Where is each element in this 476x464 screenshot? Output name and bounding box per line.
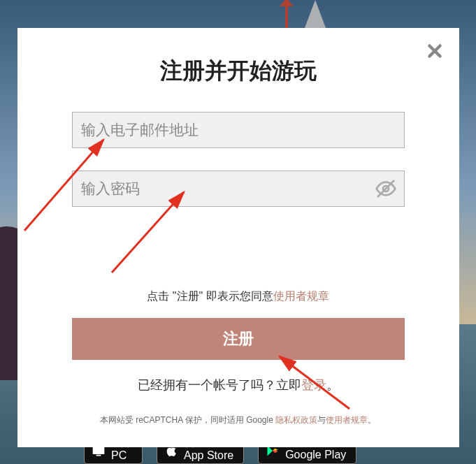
- agree-text: 点击 "注册" 即表示您同意使用者规章: [72, 289, 405, 304]
- modal-title: 注册并开始游玩: [72, 56, 405, 87]
- recaptcha-text: 本网站受 reCAPTCHA 保护，同时适用 Google 隐私权政策与使用者规…: [72, 414, 405, 426]
- terms-link-2[interactable]: 使用者规章: [326, 415, 368, 425]
- submit-button[interactable]: 注册: [72, 318, 405, 360]
- privacy-link[interactable]: 隐私权政策: [275, 415, 317, 425]
- recaptcha-prefix: 本网站受 reCAPTCHA 保护，同时适用 Google: [100, 415, 275, 425]
- toggle-password-button[interactable]: [375, 177, 397, 200]
- modal-backdrop: 注册并开始游玩 点击 "注册" 即表示您同意使用者规章 注册 已经拥有一个帐号了…: [0, 0, 476, 464]
- recaptcha-and: 与: [317, 415, 326, 425]
- recaptcha-suffix: 。: [368, 415, 376, 425]
- terms-link[interactable]: 使用者规章: [273, 290, 329, 302]
- login-text: 已经拥有一个帐号了吗？立即登录。: [72, 377, 405, 393]
- password-wrap: [72, 171, 405, 207]
- signup-modal: 注册并开始游玩 点击 "注册" 即表示您同意使用者规章 注册 已经拥有一个帐号了…: [17, 28, 459, 447]
- close-icon: [426, 42, 444, 60]
- agree-prefix: 点击 "注册" 即表示您同意: [147, 290, 273, 302]
- close-button[interactable]: [426, 42, 444, 60]
- email-input[interactable]: [73, 115, 404, 145]
- login-link[interactable]: 登录: [301, 378, 326, 392]
- email-wrap: [72, 112, 405, 148]
- login-suffix: 。: [326, 378, 339, 392]
- password-input[interactable]: [73, 173, 375, 204]
- login-prefix: 已经拥有一个帐号了吗？立即: [138, 378, 301, 392]
- eye-off-icon: [375, 177, 397, 200]
